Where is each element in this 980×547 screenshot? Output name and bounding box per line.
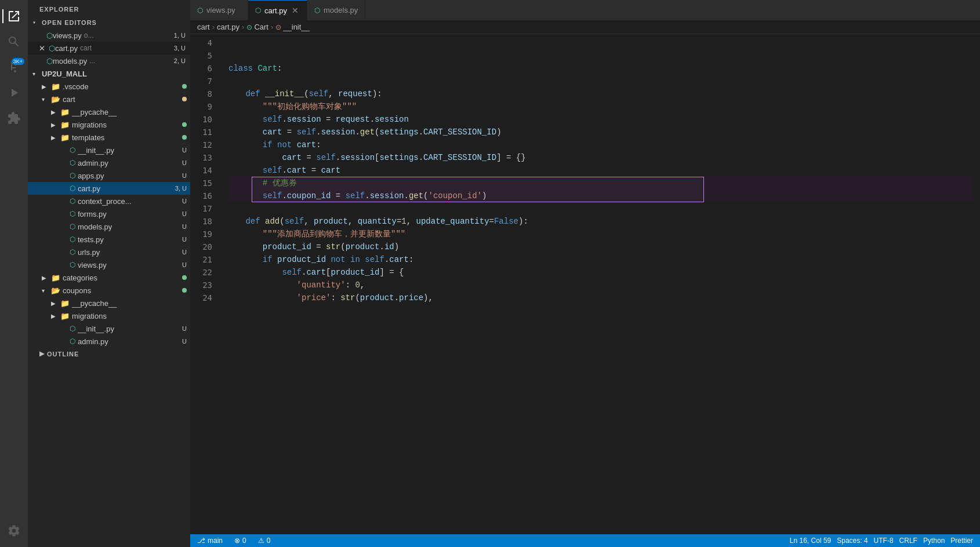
categories-icon: 📁 [51, 274, 60, 282]
explorer-title: EXPLORER [28, 0, 190, 16]
status-bar: ⎇ main ⊗ 0 ⚠ 0 Ln 16, Col 59 Spaces: 4 U… [190, 534, 980, 547]
explorer-icon[interactable] [2, 5, 26, 28]
ln-5: 5 [190, 49, 212, 62]
urls-py[interactable]: ⬡ urls.py U [28, 246, 190, 258]
source-control-activity-icon[interactable]: 3K+ [2, 56, 26, 79]
init-py-label-1: __init__.py [78, 146, 182, 155]
migrations-folder-1[interactable]: ▶ 📁 migrations [28, 118, 190, 131]
tab-models[interactable]: ⬡ models.py [307, 0, 365, 20]
error-icon: ⊗ [234, 537, 240, 545]
status-formatter[interactable]: Prettier [948, 534, 975, 547]
status-position[interactable]: Ln 16, Col 59 [787, 534, 833, 547]
context-py-label: context_proce... [78, 197, 182, 206]
tab-models-icon: ⬡ [314, 6, 320, 14]
outline-header[interactable]: ▶ OUTLINE [28, 348, 190, 360]
status-warnings[interactable]: ⚠ 0 [256, 534, 273, 547]
extensions-activity-icon[interactable] [2, 107, 26, 130]
context-py-icon: ⬡ [70, 197, 75, 205]
admin-py-icon: ⬡ [70, 159, 75, 167]
scrollbar[interactable] [973, 34, 980, 534]
code-line-6: class Cart: [228, 62, 973, 75]
breadcrumb-cart[interactable]: cart [197, 23, 210, 31]
apps-py[interactable]: ⬡ apps.py U [28, 169, 190, 182]
admin-py-2[interactable]: ⬡ admin.py U [28, 335, 190, 348]
pycache-folder-1[interactable]: ▶ 📁 __pycache__ [28, 105, 190, 118]
migrations-icon-1: 📁 [60, 121, 70, 129]
admin-py[interactable]: ⬡ admin.py U [28, 156, 190, 169]
editor-area: 4 5 6 7 8 9 10 11 12 13 14 15 16 17 18 1… [190, 34, 980, 534]
init-py-2[interactable]: ⬡ __init__.py U [28, 322, 190, 335]
tests-py[interactable]: ⬡ tests.py U [28, 233, 190, 246]
status-spaces[interactable]: Spaces: 4 [834, 534, 870, 547]
tests-py-badge: U [182, 236, 187, 243]
admin-py-label-2: admin.py [78, 337, 182, 346]
project-root[interactable]: ▾ UP2U_MALL [28, 67, 190, 80]
error-count: 0 [242, 537, 246, 545]
status-language[interactable]: Python [921, 534, 947, 547]
outline-label: OUTLINE [47, 351, 79, 358]
forms-py-badge: U [182, 210, 187, 217]
ln-11: 11 [190, 126, 212, 138]
breadcrumb-cartpy[interactable]: cart.py [217, 23, 239, 31]
cart-arrow: ▾ [42, 96, 51, 103]
open-editor-models[interactable]: ⬡ models.py ... 2, U [28, 54, 190, 67]
breadcrumb-init[interactable]: ⊙__init__ [275, 23, 310, 31]
code-line-18: def add(self, product, quantity=1, updat… [228, 215, 973, 228]
status-eol[interactable]: CRLF [897, 534, 920, 547]
urls-py-badge: U [182, 249, 187, 256]
migrations-label-2: migrations [72, 312, 190, 320]
cart-py-file[interactable]: ⬡ cart.py 3, U [28, 182, 190, 195]
context-proce-py[interactable]: ⬡ context_proce... U [28, 195, 190, 207]
migrations-folder-2[interactable]: ▶ 📁 migrations [28, 309, 190, 322]
status-encoding[interactable]: UTF-8 [872, 534, 896, 547]
models-py-icon: ⬡ [46, 57, 53, 65]
activity-bar: 3K+ [0, 0, 28, 547]
pycache-arrow-2: ▶ [51, 300, 60, 307]
code-line-22: self.cart[product_id] = { [228, 266, 973, 279]
code-line-8: def __init__(self, request): [228, 87, 973, 100]
main-area: ⬡ views.py ⬡ cart.py ✕ ⬡ models.py cart … [190, 0, 980, 547]
run-activity-icon[interactable] [2, 81, 26, 104]
tab-cart-close[interactable]: ✕ [291, 6, 300, 15]
templates-folder[interactable]: ▶ 📁 templates [28, 131, 190, 144]
views-py-tree[interactable]: ⬡ views.py U [28, 258, 190, 271]
coupons-folder[interactable]: ▾ 📂 coupons [28, 284, 190, 297]
pycache-folder-2[interactable]: ▶ 📁 __pycache__ [28, 297, 190, 309]
line-numbers: 4 5 6 7 8 9 10 11 12 13 14 15 16 17 18 1… [190, 34, 219, 534]
pycache-icon-1: 📁 [60, 108, 70, 116]
tab-cart[interactable]: ⬡ cart.py ✕ [248, 0, 307, 20]
pycache-label-2: __pycache__ [72, 299, 190, 308]
pycache-arrow-1: ▶ [51, 109, 60, 115]
status-branch[interactable]: ⎇ main [195, 534, 225, 547]
tab-views[interactable]: ⬡ views.py [190, 0, 248, 20]
vscode-folder[interactable]: ▶ 📁 .vscode [28, 80, 190, 93]
init-py-1[interactable]: ⬡ __init__.py U [28, 144, 190, 156]
breadcrumb-cart-class[interactable]: ⊙Cart [246, 23, 268, 31]
settings-activity-icon[interactable] [2, 519, 26, 542]
open-editor-cart[interactable]: ✕ ⬡ cart.py cart 3, U [28, 42, 190, 54]
open-editors-header[interactable]: ▾ OPEN EDITORS [28, 16, 190, 29]
coupons-icon: 📂 [51, 286, 60, 295]
init-py-label-2: __init__.py [78, 324, 182, 333]
code-editor[interactable]: class Cart: def __init__(self, request):… [219, 34, 973, 534]
spaces-text: Spaces: 4 [837, 537, 868, 545]
ln-23: 23 [190, 279, 212, 291]
urls-py-icon: ⬡ [70, 248, 75, 256]
ln-12: 12 [190, 138, 212, 151]
code-line-24: 'price': str(product.price), [228, 291, 973, 304]
cart-folder[interactable]: ▾ 📂 cart [28, 93, 190, 105]
status-errors[interactable]: ⊗ 0 [232, 534, 249, 547]
breadcrumb-sep-3: › [271, 23, 273, 31]
search-activity-icon[interactable] [2, 30, 26, 53]
source-control-badge: 3K+ [12, 58, 24, 65]
init-py-badge-1: U [182, 147, 187, 154]
encoding-text: UTF-8 [874, 537, 894, 545]
tab-views-icon: ⬡ [197, 6, 203, 14]
breadcrumb: cart › cart.py › ⊙Cart › ⊙__init__ [190, 20, 980, 34]
open-editor-views[interactable]: ⬡ views.py o... 1, U [28, 29, 190, 42]
categories-folder[interactable]: ▶ 📁 categories [28, 271, 190, 284]
code-line-15: # 优惠券 [228, 177, 973, 189]
cart-close-btn[interactable]: ✕ [37, 43, 46, 53]
models-py-tree[interactable]: ⬡ models.py U [28, 220, 190, 233]
forms-py[interactable]: ⬡ forms.py U [28, 207, 190, 220]
